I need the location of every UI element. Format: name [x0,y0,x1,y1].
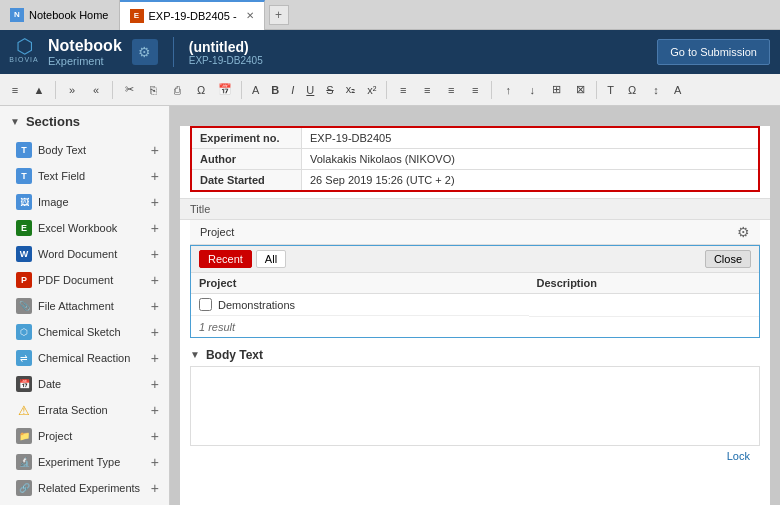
date-add-icon[interactable]: + [151,377,159,391]
italic-btn[interactable]: I [286,79,299,101]
word-add-icon[interactable]: + [151,247,159,261]
sidebar-item-excel-workbook[interactable]: E Excel Workbook + [0,215,169,241]
sidebar-item-date-label: Date [38,378,145,390]
font-btn[interactable]: A [247,79,264,101]
nav-fwd-btn[interactable]: « [85,79,107,101]
exp-no-row: Experiment no. EXP-19-DB2405 [192,128,758,149]
project-tab-recent[interactable]: Recent [199,250,252,268]
sidebar-item-body-text[interactable]: T Body Text + [0,137,169,163]
tab-exp-db2405[interactable]: E EXP-19-DB2405 - ✕ [120,0,265,30]
align-center-btn[interactable]: ≡ [416,79,438,101]
underline-btn[interactable]: U [301,79,319,101]
sidebar-item-project-label: Project [38,430,145,442]
bold-btn[interactable]: B [266,79,284,101]
biovia-text: BIOVIA [9,56,38,63]
align-right-btn[interactable]: ≡ [440,79,462,101]
settings-button[interactable]: ⚙ [132,39,158,65]
tab-close-icon[interactable]: ✕ [246,10,254,21]
tab-notebook-home[interactable]: N Notebook Home [0,0,120,30]
lock-area: Lock [190,446,760,466]
author-value: Volakakis Nikolaos (NIKOVO) [302,149,758,169]
project-gear-icon[interactable]: ⚙ [737,224,750,240]
calendar-btn[interactable]: 📅 [214,79,236,101]
subscript-btn[interactable]: x₂ [341,79,361,101]
cut-btn[interactable]: ✂ [118,79,140,101]
related-experiments-icon: 🔗 [16,480,32,496]
result-count: 1 result [191,317,759,337]
text-style-btn[interactable]: T [602,79,619,101]
sidebar-item-errata-section[interactable]: ⚠ Errata Section + [0,397,169,423]
project-add-icon[interactable]: + [151,429,159,443]
tab-exp-label: EXP-19-DB2405 - [149,10,237,22]
body-text-title: Body Text [206,348,263,362]
sidebar-item-experiment-type[interactable]: 🔬 Experiment Type + [0,449,169,475]
table-row[interactable]: Demonstrations [191,294,759,317]
collapse-btn[interactable]: ▲ [28,79,50,101]
text-field-add-icon[interactable]: + [151,169,159,183]
copy-btn[interactable]: ⎘ [142,79,164,101]
paste-btn[interactable]: ⎙ [166,79,188,101]
superscript-btn[interactable]: x² [362,79,381,101]
sidebar-item-file-attachment[interactable]: 📎 File Attachment + [0,293,169,319]
doc-title: (untitled) [189,39,263,55]
body-text-content[interactable] [190,366,760,446]
exp-icon: E [130,9,144,23]
table-remove-btn[interactable]: ⊠ [569,79,591,101]
sidebar-item-chemical-sketch[interactable]: ⬡ Chemical Sketch + [0,319,169,345]
sidebar-item-chemical-reaction[interactable]: ⇌ Chemical Reaction + [0,345,169,371]
sidebar-scroll-indicator: ▼ [0,501,169,505]
align-left-btn[interactable]: ≡ [392,79,414,101]
project-tab-all[interactable]: All [256,250,286,268]
errata-add-icon[interactable]: + [151,403,159,417]
sidebar-item-project[interactable]: 📁 Project + [0,423,169,449]
header-separator [173,37,174,67]
document-area: Experiment no. EXP-19-DB2405 Author Vola… [180,126,770,505]
special-char-btn[interactable]: Ω [190,79,212,101]
sidebar-item-word-document[interactable]: W Word Document + [0,241,169,267]
exp-no-value: EXP-19-DB2405 [302,128,758,148]
sidebar-item-image[interactable]: 🖼 Image + [0,189,169,215]
sidebar-item-related-experiments[interactable]: 🔗 Related Experiments + [0,475,169,501]
project-dropdown-header: Recent All Close [191,246,759,273]
font-color-btn[interactable]: A [669,79,686,101]
project-close-button[interactable]: Close [705,250,751,268]
doc-id: EXP-19-DB2405 [189,55,263,66]
sidebar-item-text-field[interactable]: T Text Field + [0,163,169,189]
table-btn[interactable]: ⊞ [545,79,567,101]
sidebar-item-pdf-document[interactable]: P PDF Document + [0,267,169,293]
expand-btn[interactable]: ↕ [645,79,667,101]
indent-btn[interactable]: ↑ [497,79,519,101]
tab-notebook-home-label: Notebook Home [29,9,109,21]
toolbar-sep-4 [386,81,387,99]
project-row: Project ⚙ [190,220,760,245]
body-text-add-icon[interactable]: + [151,143,159,157]
body-text-header[interactable]: ▼ Body Text [190,344,760,366]
sidebar-item-date[interactable]: 📅 Date + [0,371,169,397]
toolbar-sep-2 [112,81,113,99]
sidebar-item-pdf-label: PDF Document [38,274,145,286]
image-add-icon[interactable]: + [151,195,159,209]
related-experiments-add-icon[interactable]: + [151,481,159,495]
align-justify-btn[interactable]: ≡ [464,79,486,101]
go-to-submission-button[interactable]: Go to Submission [657,39,770,65]
outdent-btn[interactable]: ↓ [521,79,543,101]
nav-back-btn[interactable]: » [61,79,83,101]
sidebar-item-excel-label: Excel Workbook [38,222,145,234]
project-row-checkbox[interactable] [199,298,212,311]
file-attachment-add-icon[interactable]: + [151,299,159,313]
toolbar-sep-3 [241,81,242,99]
chemical-sketch-add-icon[interactable]: + [151,325,159,339]
sidebar-toggle-btn[interactable]: ≡ [4,79,26,101]
exp-info-box: Experiment no. EXP-19-DB2405 Author Vola… [190,126,760,192]
excel-add-icon[interactable]: + [151,221,159,235]
new-tab-button[interactable]: + [269,5,289,25]
header: ⬡ BIOVIA Notebook Experiment ⚙ (untitled… [0,30,780,74]
chemical-reaction-add-icon[interactable]: + [151,351,159,365]
strikethrough-btn[interactable]: S [321,79,338,101]
sections-toggle-icon[interactable]: ▼ [10,116,20,127]
omega-btn[interactable]: Ω [621,79,643,101]
project-dropdown: Recent All Close Project Description [190,245,760,338]
lock-link[interactable]: Lock [727,450,750,462]
pdf-add-icon[interactable]: + [151,273,159,287]
experiment-type-add-icon[interactable]: + [151,455,159,469]
